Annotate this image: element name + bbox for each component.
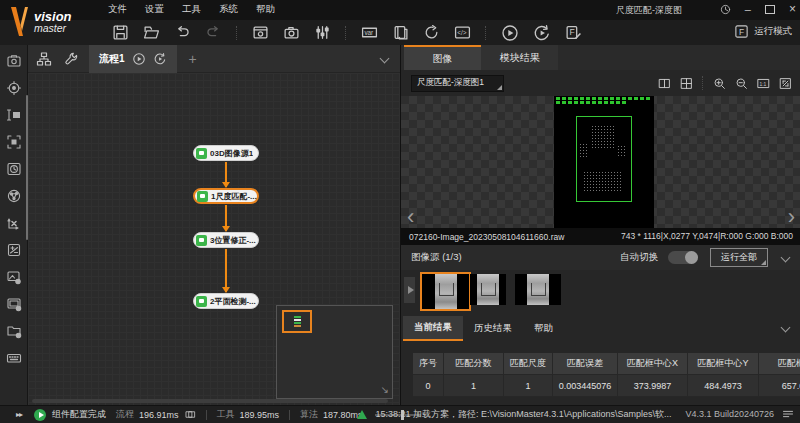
display-settings-icon[interactable] [6,296,22,312]
add-process-button[interactable]: + [189,51,197,67]
link-network-icon[interactable] [6,188,22,204]
run-all-button[interactable]: 运行全部 [710,248,768,267]
thumb-scroll-button[interactable] [404,277,415,303]
sync-icon[interactable] [423,24,440,41]
svg-text:</>: </> [457,29,466,36]
header-match-scale: 匹配尺度 [504,353,553,375]
minimap-viewport[interactable] [282,310,312,333]
flow-canvas[interactable]: 03D图像源1 1尺度匹配-... 3位置修正-... 2平面检测-... [28,73,400,405]
menu-file[interactable]: 文件 [108,3,127,16]
thumbnail-3[interactable] [515,274,561,305]
cell-match-scale: 1 [504,375,553,397]
version-label: V4.3.1 Build20240726 [685,409,774,419]
save-icon[interactable] [112,24,129,41]
toolbar-separator [485,26,487,40]
node-label: 2平面检测-... [210,296,256,307]
depth-image [554,96,654,228]
image-viewer[interactable]: ‹ › [401,96,800,228]
wrench-icon[interactable] [64,51,79,66]
menu-help[interactable]: 帮助 [256,3,275,16]
cell-box-width: 657.0027 [759,375,800,397]
run-mode-button[interactable]: F 运行模式 [734,24,792,39]
app-logo: vision master [8,2,103,42]
open-folder-icon[interactable] [143,24,160,41]
tab-process-1[interactable]: 流程1 [89,45,177,73]
undo-icon[interactable] [174,24,191,41]
split-view-icon[interactable] [658,77,671,90]
image-filename: 072160-Image_20230508104611660.raw [409,232,564,242]
quad-view-icon[interactable] [680,77,693,90]
header-center-x: 匹配框中心X [618,353,688,375]
locate-target-icon[interactable] [6,80,22,96]
process-tree-icon[interactable] [36,51,52,67]
run-mode-label: 运行模式 [754,25,792,38]
main-toolbar: var </> F [0,20,800,45]
fit-screen-icon[interactable] [779,77,792,90]
card-icon[interactable] [392,24,409,41]
timer-icon[interactable] [6,161,22,177]
flow-node-plane-detect[interactable]: 2平面检测-... [193,293,259,309]
time-detail-icon[interactable] [185,409,196,420]
menu-settings[interactable]: 设置 [145,3,164,16]
capture-window-icon[interactable] [252,24,269,41]
header-match-error: 匹配误差 [553,353,618,375]
one-to-one-icon[interactable]: 1:1 [757,77,770,90]
run-icon[interactable] [501,24,519,42]
edit-scheme-icon[interactable]: F [565,24,582,41]
expand-sidebar-icon[interactable]: ▸▸ [16,410,22,419]
code-icon[interactable]: </> [454,24,471,41]
menu-tools[interactable]: 工具 [182,3,201,16]
flow-node-image-source[interactable]: 03D图像源1 [193,145,259,161]
log-list-icon[interactable] [782,408,794,420]
node-label: 03D图像源1 [210,148,253,159]
keyboard-icon[interactable] [6,350,22,366]
window-controls: – × [720,2,796,16]
flow-node-scale-match[interactable]: 1尺度匹配-... [193,188,259,204]
minimap-resize-handle[interactable]: ↘ [381,384,389,395]
auto-switch-toggle[interactable] [668,251,698,264]
header-center-y: 匹配框中心Y [688,353,759,375]
menu-system[interactable]: 系统 [219,3,238,16]
result-tabs-chevron-icon[interactable] [781,323,791,333]
next-image-button[interactable]: › [788,206,795,228]
run-process-icon[interactable] [132,52,146,66]
measure-icon[interactable] [6,107,22,123]
focus-region-icon[interactable] [6,134,22,150]
thumbnail-2[interactable] [470,274,506,305]
flow-tabs-chevron-icon[interactable] [380,54,390,64]
thumbnail-1[interactable] [420,272,471,311]
tab-help[interactable]: 帮助 [523,316,564,341]
tab-current-result[interactable]: 当前结果 [403,316,463,341]
process-tab-label: 流程1 [99,52,125,66]
clock-icon[interactable] [720,4,731,15]
calculator-icon[interactable] [6,242,22,258]
prev-image-button[interactable]: ‹ [407,206,414,228]
folder-settings-icon[interactable] [6,323,22,339]
run-loop-icon[interactable] [533,24,551,42]
image-settings-icon[interactable] [6,269,22,285]
zoom-in-icon[interactable] [713,77,726,90]
flow-horizontal-scrollbar[interactable] [32,399,388,403]
close-button[interactable]: × [789,2,796,16]
source-row-chevron-icon[interactable] [781,253,791,263]
zoom-out-icon[interactable] [735,77,748,90]
maximize-button[interactable] [765,5,775,14]
camera-icon[interactable] [283,24,300,41]
table-row[interactable]: 0 1 1 0.003445076 373.9987 484.4973 657.… [413,375,800,397]
acquire-camera-icon[interactable] [6,53,22,69]
transform-icon[interactable] [6,215,22,231]
tab-history-result[interactable]: 历史结果 [463,316,523,341]
image-source-select[interactable]: 尺度匹配-深度图1 [411,75,504,92]
flow-minimap[interactable]: ↘ [276,305,393,399]
variable-icon[interactable]: var [361,24,378,41]
tab-module-result[interactable]: 模块结果 [481,45,558,70]
window-title: 尺度匹配-深度图 [616,4,682,17]
minimize-button[interactable]: – [745,3,751,15]
tab-image[interactable]: 图像 [404,45,481,70]
column-settings-icon[interactable] [314,24,331,41]
flow-node-position-fix[interactable]: 3位置修正-... [193,232,259,248]
loop-run-process-icon[interactable] [153,52,167,66]
log-status-icon [357,410,367,419]
match-roi-box [576,116,632,202]
tool-sidebar [0,45,28,405]
